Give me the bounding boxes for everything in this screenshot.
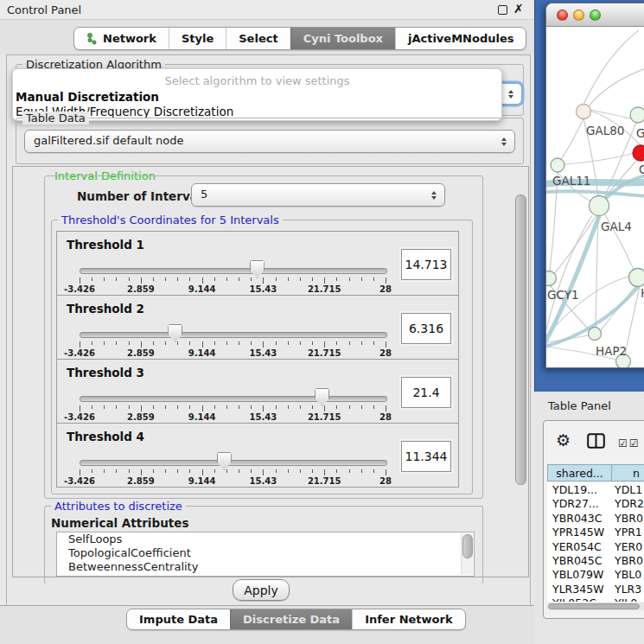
slider-thumb[interactable] [250,260,265,278]
table-panel-container: ⚙ ☑☑ shared... n YDL19...YDL1YDR27...YDR… [543,420,644,619]
tab-jactivemnodules[interactable]: jActiveMNodules [395,28,526,49]
apply-button[interactable]: Apply [233,579,290,601]
table-hscrollbar-thumb[interactable] [548,603,640,609]
table-row[interactable]: YER054CYER0 [547,539,644,553]
slider-tick [165,341,166,345]
table-row[interactable]: YDL19...YDL1 [547,482,644,496]
network-node-pale-green[interactable] [589,328,602,341]
num-intervals-label: Number of Intervals [77,189,208,203]
gear-icon[interactable]: ⚙ [556,430,571,450]
slider-thumb[interactable] [217,452,232,470]
slider-tick [349,341,350,345]
close-icon[interactable]: ✗ [513,2,524,16]
network-view-window[interactable]: GAL80GCGAL11GAL4GCY1HHAP2 [545,3,644,368]
network-node-pale-green[interactable] [629,269,644,287]
slider-tick [189,277,190,281]
num-intervals-combobox[interactable]: 5 [191,183,445,207]
table-header-shared-name[interactable]: shared... [547,464,612,481]
slider-tick [92,405,92,409]
table-data-combobox[interactable]: galFiltered.sif default node [24,130,515,153]
cell-shared-name: YPR145W [552,526,604,539]
table-row[interactable]: YBR045CYBR0 [547,553,644,567]
tab-select[interactable]: Select [226,28,290,49]
table-row[interactable]: YDR27...YDR2 [547,496,644,510]
network-node-pale-pink[interactable] [577,105,591,119]
list-scrollbar-thumb[interactable] [462,534,473,558]
threshold-value-field[interactable]: 11.344 [401,441,451,472]
attribute-item-betweennesscentrality[interactable]: BetweennessCentrality [57,560,474,574]
network-node-pale-green[interactable] [590,196,609,216]
network-edge [589,68,644,106]
network-node-red[interactable] [633,145,644,161]
network-node-pale-green[interactable] [551,158,564,172]
numerical-attributes-list[interactable]: SelfLoopsTopologicalCoefficientBetweenne… [56,532,475,577]
slider-tick [263,341,264,348]
slider-tick [386,277,386,284]
slider-track[interactable] [80,332,387,338]
tab-impute-data[interactable]: Impute Data [127,609,230,629]
tab-network[interactable]: Network [74,28,169,49]
table-row[interactable]: YBL079WYBL0 [547,567,644,581]
network-edge [596,215,598,328]
tab-style[interactable]: Style [169,28,226,49]
threshold-value-field[interactable]: 14.713 [401,249,451,280]
popup-item-manual-discretization[interactable]: Manual Discretization [16,90,159,104]
network-canvas[interactable]: GAL80GCGAL11GAL4GCY1HHAP2 [546,27,644,367]
split-columns-icon[interactable] [587,433,605,452]
slider-tick [251,405,252,409]
attribute-item-topologicalcoefficient[interactable]: TopologicalCoefficient [57,546,474,560]
table-row[interactable]: YIL052CYIL0 [547,596,644,602]
table-row[interactable]: YPR145WYPR1 [547,525,644,539]
table-row[interactable]: YBR043CYBR0 [547,511,644,525]
float-window-icon[interactable] [498,5,507,15]
slider-tick [153,405,154,409]
tab-cyni-toolbox[interactable]: Cyni Toolbox [290,28,395,49]
slider-thumb[interactable] [168,324,182,342]
slider-tick [386,469,386,475]
checkbox-columns-icon[interactable]: ☑☑ [618,437,641,450]
zoom-traffic-light-icon[interactable] [590,10,601,21]
slider-tick [373,277,374,281]
close-traffic-light-icon[interactable] [557,10,568,21]
slider-tick [324,341,325,348]
threshold-value-field[interactable]: 6.316 [401,313,451,344]
threshold-value-field[interactable]: 21.4 [401,377,451,408]
table-row[interactable]: YLR345WYLR3 [547,582,644,596]
slider-tick [104,277,105,281]
slider-tick [324,277,325,284]
slider-tick [288,341,289,345]
network-node-pale-green[interactable] [630,107,644,123]
panel-vertical-scrollbar[interactable] [515,194,526,485]
cell-name: YIL0 [615,596,637,602]
slider-tick [361,405,362,409]
numerical-attributes-label: Numerical Attributes [51,516,188,530]
slider-tick [288,277,289,281]
tab-label: Select [239,32,277,45]
network-node-pale-green[interactable] [546,271,557,286]
cell-name: YDR2 [615,497,644,510]
slider-tick [104,405,105,409]
slider-tick [300,469,301,473]
slider-tick [177,341,178,345]
slider-tick [129,277,130,281]
attribute-item-selfloops[interactable]: SelfLoops [57,532,474,546]
tab-infer-network[interactable]: Infer Network [352,609,464,629]
table-horizontal-scrollbar[interactable] [547,603,644,610]
slider-track[interactable] [80,396,387,402]
slider-tick [226,341,227,345]
threshold-label: Threshold 3 [67,366,144,379]
list-scrollbar[interactable] [461,533,473,575]
table-header-name[interactable]: n [611,464,644,481]
slider-track[interactable] [80,268,387,274]
minimize-traffic-light-icon[interactable] [573,10,584,21]
slider-tick [129,405,130,409]
network-window-titlebar[interactable] [546,3,644,27]
node-label-g: G [636,126,644,140]
slider-tick [349,469,350,473]
slider-track[interactable] [80,460,387,466]
slider-tick [288,469,289,473]
tab-discretize-data[interactable]: Discretize Data [230,609,352,629]
slider-thumb[interactable] [315,388,329,406]
slider-tick-label: 21.715 [308,284,341,294]
slider-tick-label: 15.43 [250,284,277,294]
